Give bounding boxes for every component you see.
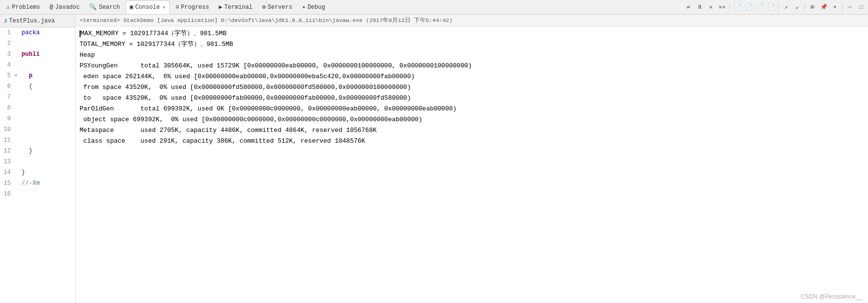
console-status-bar: <terminated> StackDemo [Java Application… (76, 15, 868, 26)
toolbar-btn-import[interactable]: ↙ (792, 2, 802, 12)
code-line-5: 5 ⊕ p (0, 70, 75, 81)
line-num-1: 1 (0, 27, 15, 38)
console-output[interactable]: MAX_MEMORY = 1029177344（字节）、981.5MB TOTA… (76, 26, 868, 303)
toolbar-btn-connect[interactable]: ⇌ (683, 2, 693, 12)
output-line-10: Metaspace used 2705K, capacity 4486K, co… (80, 125, 864, 136)
console-close-icon[interactable]: ✕ (163, 4, 165, 10)
tab-terminal-label: Terminal (224, 4, 252, 11)
java-file-icon: J (4, 18, 7, 24)
editor-filename: TestPlus.java (9, 18, 55, 24)
separator-4 (842, 3, 843, 11)
line-code-5: p (21, 70, 33, 81)
output-line-9: object space 699392K, 0% used [0x0000000… (80, 114, 864, 125)
line-code-14: } (21, 167, 25, 178)
tab-javadoc[interactable]: @ Javadoc (45, 0, 84, 14)
console-icon: ▣ (130, 3, 133, 11)
code-line-11: 11 (0, 135, 75, 146)
tab-progress-label: Progress (181, 4, 209, 11)
toolbar-btn-open-console[interactable]: ⊞ (807, 2, 817, 12)
line-code-12: } (21, 146, 33, 156)
line-num-11: 11 (0, 135, 15, 146)
cursor (80, 30, 81, 37)
code-line-7: 7 (0, 92, 75, 103)
line-num-9: 9 (0, 113, 15, 124)
console-panel: <terminated> StackDemo [Java Application… (76, 15, 868, 303)
javadoc-icon: @ (50, 4, 53, 11)
code-line-14: 14 } (0, 167, 75, 178)
toolbar-btn-copy1[interactable]: 📄 (732, 2, 742, 12)
toolbar-btn-copy2[interactable]: 📄 (744, 2, 753, 12)
toolbar-btn-minimize[interactable]: — (845, 2, 855, 12)
tab-javadoc-label: Javadoc (55, 4, 80, 11)
toolbar-btn-stop[interactable]: ✕ (706, 2, 716, 12)
toolbar-btn-menu[interactable]: ▾ (830, 2, 840, 12)
tab-search[interactable]: 🔍 Search (85, 0, 124, 14)
code-line-3: 3 publi (0, 49, 75, 60)
tab-search-label: Search (99, 4, 120, 11)
output-line-3: Heap (80, 50, 864, 61)
separator-2 (778, 3, 779, 11)
line-marker-5: ⊕ (15, 70, 21, 81)
line-code-15: //-Xm (21, 178, 40, 189)
line-code-3: publi (21, 49, 40, 60)
toolbar-btn-copy3[interactable]: 📄 (755, 2, 765, 12)
tab-problems-label: Problems (12, 4, 40, 11)
terminal-icon: ▶ (219, 3, 222, 11)
line-code-1: packa (21, 27, 40, 38)
tab-console[interactable]: ▣ Console ✕ (125, 0, 170, 14)
line-num-13: 13 (0, 156, 15, 167)
code-line-12: 12 } (0, 146, 75, 156)
toolbar-right: ⇌ ⏸ ✕ ✕✕ 📄 📄 📄 📄 ↗ ↙ ⊞ 📌 ▾ — □ (683, 2, 866, 12)
toolbar-btn-export[interactable]: ↗ (781, 2, 791, 12)
tab-servers-label: Servers (268, 4, 292, 11)
code-line-16: 16 (0, 189, 75, 199)
progress-icon: ≡ (175, 4, 179, 11)
toolbar-btn-pin[interactable]: 📌 (819, 2, 828, 12)
line-num-10: 10 (0, 124, 15, 135)
tab-progress[interactable]: ≡ Progress (171, 0, 213, 14)
line-num-6: 6 (0, 81, 15, 92)
toolbar-btn-stop-all[interactable]: ✕✕ (717, 2, 727, 12)
toolbar-btn-maximize[interactable]: □ (856, 2, 866, 12)
tab-bar: ⚠ Problems @ Javadoc 🔍 Search ▣ Console … (0, 0, 868, 15)
output-line-4: PSYoungGen total 305664K, used 15729K [0… (80, 61, 864, 71)
tab-debug-label: Debug (308, 4, 325, 11)
output-line-11: class space used 291K, capacity 386K, co… (80, 136, 864, 147)
tab-terminal[interactable]: ▶ Terminal (214, 0, 257, 14)
tab-console-label: Console (135, 4, 160, 11)
toolbar-btn-copy4[interactable]: 📄 (766, 2, 776, 12)
output-line-5: eden space 262144K, 6% used [0x00000000e… (80, 71, 864, 82)
separator-1 (729, 3, 730, 11)
line-num-16: 16 (0, 189, 15, 199)
editor-file-tab[interactable]: J TestPlus.java (0, 15, 75, 27)
tab-servers[interactable]: ⚙ Servers (258, 0, 297, 14)
code-line-15: 15 //-Xm (0, 178, 75, 189)
search-icon: 🔍 (89, 3, 97, 11)
code-line-2: 2 (0, 38, 75, 49)
line-num-7: 7 (0, 92, 15, 103)
line-num-5: 5 (0, 70, 15, 81)
output-line-2: TOTAL_MEMORY = 1029177344（字节）、981.5MB (80, 39, 864, 50)
code-editor[interactable]: 1 packa 2 3 publi 4 (0, 27, 75, 199)
console-status-text: <terminated> StackDemo [Java Application… (80, 17, 453, 24)
code-line-6: 6 { (0, 81, 75, 92)
tab-problems[interactable]: ⚠ Problems (2, 0, 44, 14)
output-line-8: ParOldGen total 699392K, used 0K [0x0000… (80, 104, 864, 114)
code-line-4: 4 (0, 60, 75, 70)
debug-icon: ✦ (302, 3, 306, 11)
separator-3 (805, 3, 805, 11)
watermark: CSDN @Persistence__ (801, 293, 862, 300)
code-line-1: 1 packa (0, 27, 75, 38)
code-line-8: 8 (0, 103, 75, 113)
line-code-6: { (21, 81, 33, 92)
toolbar-btn-suspend[interactable]: ⏸ (695, 2, 704, 12)
main-content: J TestPlus.java 1 packa 2 3 pub (0, 15, 868, 303)
line-num-2: 2 (0, 38, 15, 49)
output-line-6: from space 43520K, 0% used [0x00000000fd… (80, 82, 864, 93)
code-line-13: 13 (0, 156, 75, 167)
output-line-7: to space 43520K, 0% used [0x00000000fab0… (80, 93, 864, 104)
line-num-14: 14 (0, 167, 15, 178)
code-line-10: 10 (0, 124, 75, 135)
tab-debug[interactable]: ✦ Debug (298, 0, 330, 14)
servers-icon: ⚙ (262, 3, 266, 11)
